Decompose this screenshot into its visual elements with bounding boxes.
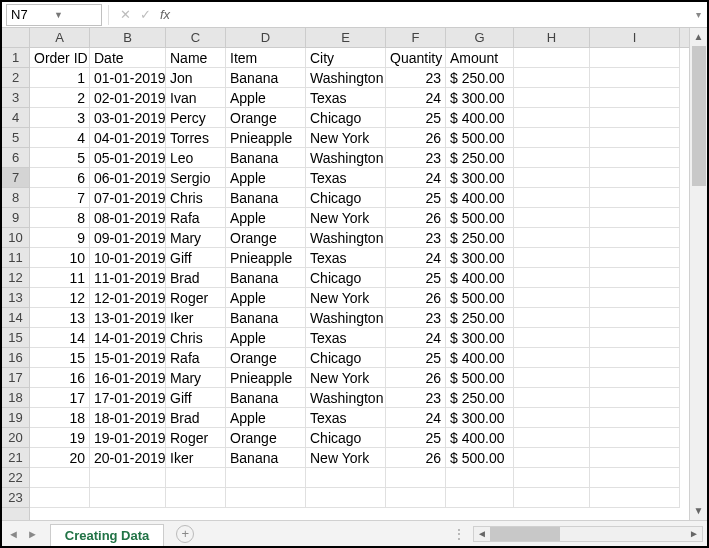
cell[interactable]: 4 [30, 128, 90, 148]
cell[interactable] [30, 488, 90, 508]
cell[interactable] [590, 308, 680, 328]
cell[interactable]: Pnieapple [226, 368, 306, 388]
row-header[interactable]: 14 [2, 308, 29, 328]
cells-area[interactable]: Order IDDateNameItemCityQuantityAmount10… [30, 48, 689, 520]
cell[interactable]: New York [306, 288, 386, 308]
cell[interactable]: Apple [226, 328, 306, 348]
cell[interactable]: City [306, 48, 386, 68]
cell[interactable]: Rafa [166, 208, 226, 228]
cell[interactable] [514, 168, 590, 188]
cell[interactable]: New York [306, 208, 386, 228]
cell[interactable]: 26 [386, 288, 446, 308]
cell[interactable]: Banana [226, 268, 306, 288]
cell[interactable]: 2 [30, 88, 90, 108]
cell[interactable]: 25 [386, 428, 446, 448]
cell[interactable] [386, 488, 446, 508]
cell[interactable]: 25 [386, 188, 446, 208]
formula-input[interactable] [175, 4, 690, 26]
row-header[interactable]: 8 [2, 188, 29, 208]
cell[interactable]: Orange [226, 428, 306, 448]
cell[interactable]: 05-01-2019 [90, 148, 166, 168]
cell[interactable]: Roger [166, 428, 226, 448]
cell[interactable] [590, 288, 680, 308]
name-box[interactable]: N7 ▼ [6, 4, 102, 26]
cell[interactable]: 11-01-2019 [90, 268, 166, 288]
cell[interactable]: Washington [306, 148, 386, 168]
cell[interactable]: 04-01-2019 [90, 128, 166, 148]
cell[interactable]: 26 [386, 448, 446, 468]
cell[interactable] [90, 488, 166, 508]
hscroll-thumb[interactable] [490, 527, 560, 541]
column-header[interactable]: F [386, 28, 446, 47]
cell[interactable]: 10-01-2019 [90, 248, 166, 268]
cell[interactable]: 07-01-2019 [90, 188, 166, 208]
cell[interactable]: 18-01-2019 [90, 408, 166, 428]
row-header[interactable]: 18 [2, 388, 29, 408]
column-header[interactable]: A [30, 28, 90, 47]
cell[interactable]: Chicago [306, 108, 386, 128]
cell[interactable]: Orange [226, 348, 306, 368]
cell[interactable] [590, 88, 680, 108]
sheet-nav-buttons[interactable]: ◄ ► [2, 528, 44, 540]
cell[interactable]: $ 250.00 [446, 388, 514, 408]
cell[interactable]: 16 [30, 368, 90, 388]
cell[interactable]: Pnieapple [226, 128, 306, 148]
cell[interactable] [590, 48, 680, 68]
row-header[interactable]: 7 [2, 168, 29, 188]
cell[interactable]: 03-01-2019 [90, 108, 166, 128]
cell[interactable]: $ 250.00 [446, 308, 514, 328]
row-header[interactable]: 1 [2, 48, 29, 68]
cell[interactable]: Jon [166, 68, 226, 88]
cell[interactable]: 25 [386, 268, 446, 288]
cell[interactable]: 24 [386, 408, 446, 428]
horizontal-scrollbar[interactable]: ◄ ► [473, 526, 703, 542]
cell[interactable]: $ 400.00 [446, 188, 514, 208]
cell[interactable]: Chicago [306, 428, 386, 448]
cell[interactable]: Pnieapple [226, 248, 306, 268]
cell[interactable]: Texas [306, 328, 386, 348]
cell[interactable] [514, 308, 590, 328]
column-header[interactable]: B [90, 28, 166, 47]
cell[interactable]: Banana [226, 188, 306, 208]
cell[interactable]: 6 [30, 168, 90, 188]
cell[interactable]: Apple [226, 288, 306, 308]
cell[interactable]: 23 [386, 308, 446, 328]
cell[interactable] [446, 468, 514, 488]
cell[interactable] [514, 468, 590, 488]
cell[interactable] [590, 208, 680, 228]
cell[interactable]: 17 [30, 388, 90, 408]
cell[interactable]: Date [90, 48, 166, 68]
cell[interactable] [226, 468, 306, 488]
nav-prev-icon[interactable]: ◄ [8, 528, 19, 540]
cell[interactable]: Name [166, 48, 226, 68]
cell[interactable]: Brad [166, 268, 226, 288]
cell[interactable]: Ivan [166, 88, 226, 108]
cell[interactable] [166, 488, 226, 508]
row-header[interactable]: 15 [2, 328, 29, 348]
column-header[interactable]: I [590, 28, 680, 47]
chevron-down-icon[interactable]: ▼ [54, 10, 97, 20]
cell[interactable]: Torres [166, 128, 226, 148]
cell[interactable]: $ 400.00 [446, 348, 514, 368]
cell[interactable] [166, 468, 226, 488]
cell[interactable]: New York [306, 448, 386, 468]
cell[interactable] [590, 448, 680, 468]
cell[interactable]: $ 400.00 [446, 268, 514, 288]
row-header[interactable]: 3 [2, 88, 29, 108]
cell[interactable]: Roger [166, 288, 226, 308]
cell[interactable]: 13-01-2019 [90, 308, 166, 328]
cell[interactable]: $ 500.00 [446, 368, 514, 388]
cell[interactable] [590, 148, 680, 168]
cell[interactable] [514, 148, 590, 168]
cell[interactable]: 20 [30, 448, 90, 468]
cell[interactable]: Chicago [306, 188, 386, 208]
cell[interactable]: $ 250.00 [446, 68, 514, 88]
cell[interactable]: 09-01-2019 [90, 228, 166, 248]
cell[interactable]: 23 [386, 228, 446, 248]
cell[interactable]: Leo [166, 148, 226, 168]
cell[interactable]: Brad [166, 408, 226, 428]
cell[interactable]: Texas [306, 248, 386, 268]
row-header[interactable]: 2 [2, 68, 29, 88]
cell[interactable]: Washington [306, 228, 386, 248]
cell[interactable]: 9 [30, 228, 90, 248]
